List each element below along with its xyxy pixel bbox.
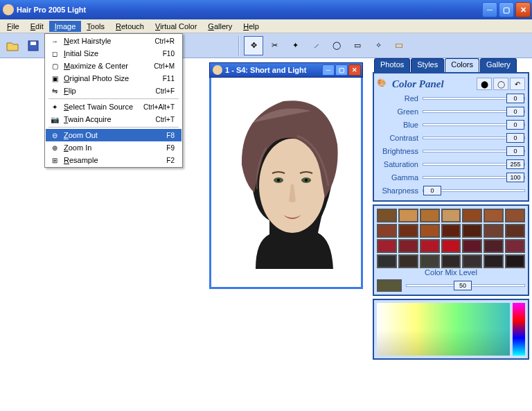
color-swatch[interactable] [462, 254, 482, 268]
color-swatch[interactable] [505, 239, 525, 253]
menu-file[interactable]: File [1, 21, 25, 32]
color-swatch[interactable] [398, 224, 418, 238]
move-tool[interactable]: ✥ [244, 36, 263, 55]
menu-item-flip[interactable]: ⇋FlipCtrl+F [46, 85, 181, 97]
wand-tool[interactable]: ✦ [285, 36, 305, 55]
close-button[interactable]: ✕ [515, 2, 531, 17]
image-canvas[interactable] [213, 80, 359, 285]
mix-slider[interactable]: 50 [406, 284, 525, 287]
color-swatch[interactable] [420, 239, 440, 253]
menu-item-twain-acquire[interactable]: 📷Twain AcquireCtrl+T [46, 113, 181, 125]
color-swatch[interactable] [420, 254, 440, 268]
tab-styles[interactable]: Styles [411, 58, 444, 72]
slider-saturation[interactable]: 255 [423, 163, 525, 166]
minimize-button[interactable]: ─ [482, 2, 497, 17]
slider-sharpness[interactable]: 0 [423, 189, 525, 192]
slider-thumb[interactable]: 0 [506, 133, 524, 143]
save-button[interactable] [24, 36, 43, 55]
color-swatch[interactable] [420, 224, 440, 238]
color-swatch[interactable] [398, 209, 418, 222]
swatch-panel: Color Mix Level 50 [373, 204, 529, 296]
menu-item-icon: 📷 [48, 114, 61, 125]
color-swatch[interactable] [441, 254, 461, 268]
menu-item-next-hairstyle[interactable]: →Next HairstyleCtrl+R [46, 35, 181, 47]
app-icon [3, 4, 14, 15]
slider-red[interactable]: 0 [423, 97, 525, 100]
menu-item-icon: ▢ [48, 60, 61, 71]
color-swatch[interactable] [441, 239, 461, 253]
menu-retouch[interactable]: Retouch [110, 21, 150, 32]
slider-thumb[interactable]: 0 [506, 146, 524, 156]
gradient-picker[interactable] [377, 303, 510, 356]
image-window-titlebar[interactable]: 1 - S4: Short and Light ─ ▢ ✕ [209, 62, 363, 78]
mix-preview[interactable] [377, 279, 402, 292]
color-swatch[interactable] [484, 239, 504, 253]
color-swatch[interactable] [377, 254, 397, 268]
img-close-button[interactable]: ✕ [348, 64, 361, 76]
menu-item-maximize-center[interactable]: ▢Maximize & CenterCtrl+M [46, 60, 181, 72]
side-tabs: PhotosStylesColorsGallery [374, 58, 529, 72]
slider-green[interactable]: 0 [423, 110, 525, 113]
crop-tool[interactable]: ✧ [369, 36, 388, 55]
color-swatch[interactable] [441, 209, 461, 222]
color-swatch[interactable] [441, 224, 461, 238]
menu-help[interactable]: Help [238, 21, 265, 32]
slider-brightness[interactable]: 0 [423, 150, 525, 152]
slider-contrast[interactable]: 0 [423, 137, 525, 139]
undo-button[interactable]: ↶ [510, 78, 525, 90]
slider-thumb[interactable]: 0 [506, 94, 524, 103]
slider-gamma[interactable]: 100 [423, 176, 525, 179]
slider-thumb[interactable]: 0 [506, 107, 524, 116]
slider-thumb[interactable]: 100 [506, 173, 524, 182]
color-swatch[interactable] [505, 254, 525, 268]
color-swatch[interactable] [505, 224, 525, 238]
color-swatch[interactable] [505, 209, 525, 222]
color-swatch[interactable] [462, 224, 482, 238]
mix-slider-thumb[interactable]: 50 [454, 281, 472, 290]
color-swatch[interactable] [484, 209, 504, 222]
slider-thumb[interactable]: 0 [506, 120, 524, 130]
menu-item-original-photo-size[interactable]: ▣Original Photo SizeF11 [46, 72, 181, 85]
slider-thumb[interactable]: 255 [506, 159, 524, 169]
slider-blue[interactable]: 0 [423, 123, 525, 126]
color-swatch[interactable] [420, 209, 440, 222]
menu-image[interactable]: Image [49, 21, 82, 32]
menu-item-select-twain-source[interactable]: ✦Select Twain SourceCtrl+Alt+T [46, 100, 181, 113]
color-swatch[interactable] [462, 209, 482, 222]
lasso-tool[interactable]: ◯ [327, 36, 346, 55]
color-swatch[interactable] [377, 239, 397, 253]
maximize-button[interactable]: ▢ [499, 2, 514, 17]
color-swatch[interactable] [377, 224, 397, 238]
color-swatch[interactable] [377, 209, 397, 222]
eyedrop-tool[interactable]: ⟋ [306, 36, 326, 55]
menu-item-initial-size[interactable]: ◻Initial SizeF10 [46, 47, 181, 60]
menu-gallery[interactable]: Gallery [202, 21, 238, 32]
tab-colors[interactable]: Colors [445, 58, 479, 72]
menu-virtual-color[interactable]: Virtual Color [150, 21, 202, 32]
mix-level-label: Color Mix Level [377, 268, 525, 277]
color-swatch[interactable] [484, 224, 504, 238]
img-maximize-button[interactable]: ▢ [335, 64, 348, 76]
menu-tools[interactable]: Tools [81, 21, 110, 32]
menu-item-resample[interactable]: ⊞ResampleF2 [46, 154, 181, 166]
tab-gallery[interactable]: Gallery [480, 58, 517, 72]
toggle-2-button[interactable]: ◯ [493, 78, 508, 90]
cut-tool[interactable]: ✂ [265, 36, 284, 55]
color-swatch[interactable] [484, 254, 504, 268]
menu-item-zoom-in[interactable]: ⊕Zoom InF9 [46, 141, 181, 154]
color-swatch[interactable] [398, 254, 418, 268]
rect-select-tool[interactable]: ▭ [348, 36, 367, 55]
tab-photos[interactable]: Photos [374, 58, 410, 72]
menu-item-zoom-out[interactable]: ⊖Zoom OutF8 [46, 129, 181, 141]
toggle-1-button[interactable]: ⬤ [477, 78, 492, 90]
menu-item-icon: ⊕ [48, 142, 61, 153]
color-swatch[interactable] [398, 239, 418, 253]
hue-slider[interactable] [513, 303, 525, 356]
open-button[interactable] [3, 36, 22, 55]
slider-thumb[interactable]: 0 [423, 186, 441, 195]
img-minimize-button[interactable]: ─ [322, 64, 335, 76]
slider-label-blue: Blue [377, 121, 423, 129]
menu-edit[interactable]: Edit [25, 21, 49, 32]
marquee-tool[interactable] [389, 36, 409, 55]
color-swatch[interactable] [462, 239, 482, 253]
